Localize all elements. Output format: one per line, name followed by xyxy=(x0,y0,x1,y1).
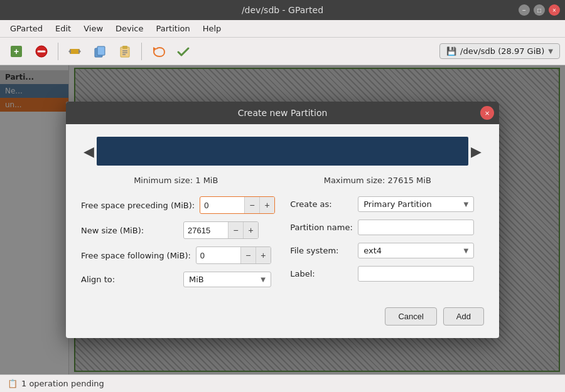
free-space-preceding-inc[interactable]: + xyxy=(259,197,274,213)
align-to-dropdown-icon: ▼ xyxy=(261,276,266,283)
partition-bar-right-arrow[interactable]: ▶ xyxy=(468,144,484,159)
menu-gparted[interactable]: GParted xyxy=(5,22,48,35)
new-size-spinbox: − + xyxy=(183,221,259,239)
file-system-dropdown-icon: ▼ xyxy=(464,247,469,254)
menu-device[interactable]: Device xyxy=(110,22,148,35)
modal-titlebar: Create new Partition × xyxy=(66,102,499,124)
add-button[interactable]: Add xyxy=(443,307,484,326)
partition-name-label: Partition name: xyxy=(290,223,353,232)
free-space-preceding-dec[interactable]: − xyxy=(244,197,259,213)
title-bar: /dev/sdb - GParted − □ × xyxy=(0,0,565,20)
toolbar-separator-2 xyxy=(141,43,142,60)
toolbar-separator-1 xyxy=(58,43,58,60)
modal-close-button[interactable]: × xyxy=(480,106,494,120)
menu-help[interactable]: Help xyxy=(198,22,227,35)
undo-button[interactable] xyxy=(147,41,170,62)
status-icon: 📋 xyxy=(8,379,18,388)
resize-icon xyxy=(67,44,82,59)
form-left-col: Free space preceding (MiB): − + New size… xyxy=(81,196,275,287)
modal-title: Create new Partition xyxy=(238,108,328,118)
form-right-col: Create as: Primary Partition ▼ Partition… xyxy=(290,196,484,287)
copy-icon xyxy=(92,44,107,59)
window-controls: − □ × xyxy=(519,4,560,16)
apply-button[interactable] xyxy=(172,41,195,62)
undo-icon xyxy=(151,44,166,59)
cancel-button[interactable]: Cancel xyxy=(385,307,436,326)
paste-button[interactable] xyxy=(114,41,136,62)
modal-overlay: Create new Partition × ◀ ▶ Minimum size:… xyxy=(0,65,565,374)
new-partition-icon: + xyxy=(9,44,24,59)
copy-button[interactable] xyxy=(89,41,111,62)
file-system-row: File system: ext4 ▼ xyxy=(290,243,484,258)
menu-bar: GParted Edit View Device Partition Help xyxy=(0,20,565,38)
free-space-preceding-input[interactable] xyxy=(200,198,244,213)
device-name: /dev/sdb (28.97 GiB) xyxy=(460,46,544,56)
maximize-button[interactable]: □ xyxy=(534,4,545,16)
new-size-input[interactable] xyxy=(184,223,228,238)
create-as-label: Create as: xyxy=(290,199,353,209)
svg-text:+: + xyxy=(14,46,19,56)
partition-name-input[interactable] xyxy=(358,220,474,235)
label-row: Label: xyxy=(290,266,484,282)
svg-rect-8 xyxy=(97,46,105,55)
menu-edit[interactable]: Edit xyxy=(50,22,76,35)
free-space-preceding-row: Free space preceding (MiB): − + xyxy=(81,196,275,214)
svg-rect-10 xyxy=(122,46,127,49)
max-size-label: Maximum size: 27615 MiB xyxy=(324,176,431,185)
main-area: Parti... Ne... un... 💾 Cr... Create new … xyxy=(0,65,565,374)
delete-icon xyxy=(34,44,49,59)
new-partition-button[interactable]: + xyxy=(5,41,28,62)
apply-icon xyxy=(176,44,191,59)
paste-icon xyxy=(117,44,132,59)
partition-bar-left-arrow[interactable]: ◀ xyxy=(81,144,97,159)
toolbar: + xyxy=(0,38,565,65)
file-system-value: ext4 xyxy=(363,246,382,255)
file-system-label: File system: xyxy=(290,246,353,255)
partition-bar-container: ◀ ▶ xyxy=(81,137,484,166)
svg-rect-4 xyxy=(70,49,80,54)
menu-partition[interactable]: Partition xyxy=(151,22,195,35)
free-space-following-dec[interactable]: − xyxy=(240,247,256,263)
create-as-dropdown-icon: ▼ xyxy=(464,201,469,208)
new-size-row: New size (MiB): − + xyxy=(81,221,275,239)
min-size-label: Minimum size: 1 MiB xyxy=(134,176,218,185)
device-selector[interactable]: 💾 /dev/sdb (28.97 GiB) ▼ xyxy=(439,43,560,59)
align-to-value: MiB xyxy=(189,275,204,284)
size-labels: Minimum size: 1 MiB Maximum size: 27615 … xyxy=(81,176,484,185)
form-grid: Free space preceding (MiB): − + New size… xyxy=(81,196,484,287)
create-partition-modal: Create new Partition × ◀ ▶ Minimum size:… xyxy=(66,102,499,338)
partition-name-row: Partition name: xyxy=(290,220,484,235)
align-to-row: Align to: MiB ▼ xyxy=(81,272,275,287)
delete-button[interactable] xyxy=(30,41,53,62)
free-space-following-label: Free space following (MiB): xyxy=(81,251,191,260)
close-button[interactable]: × xyxy=(549,4,560,16)
window-title: /dev/sdb - GParted xyxy=(242,5,323,15)
new-size-dec[interactable]: − xyxy=(228,222,243,238)
menu-view[interactable]: View xyxy=(78,22,108,35)
free-space-following-spinbox: − + xyxy=(196,246,271,264)
free-space-following-row: Free space following (MiB): − + xyxy=(81,246,275,264)
new-size-label: New size (MiB): xyxy=(81,226,178,235)
new-size-inc[interactable]: + xyxy=(243,222,258,238)
create-as-row: Create as: Primary Partition ▼ xyxy=(290,196,484,212)
create-as-value: Primary Partition xyxy=(363,199,432,209)
device-dropdown-icon: ▼ xyxy=(548,48,553,55)
modal-body: ◀ ▶ Minimum size: 1 MiB Maximum size: 27… xyxy=(66,124,499,300)
partition-bar-visual xyxy=(97,137,468,166)
free-space-preceding-label: Free space preceding (MiB): xyxy=(81,201,195,210)
align-to-label: Align to: xyxy=(81,275,178,284)
svg-marker-14 xyxy=(153,47,157,51)
device-icon: 💾 xyxy=(446,46,456,56)
resize-button[interactable] xyxy=(63,41,86,62)
free-space-following-input[interactable] xyxy=(196,248,240,263)
minimize-button[interactable]: − xyxy=(519,4,530,16)
file-system-select[interactable]: ext4 ▼ xyxy=(358,243,474,258)
create-as-select[interactable]: Primary Partition ▼ xyxy=(358,196,474,212)
status-bar: 📋 1 operation pending xyxy=(0,374,565,392)
label-input[interactable] xyxy=(358,266,474,282)
modal-footer: Cancel Add xyxy=(66,300,499,338)
free-space-preceding-spinbox: − + xyxy=(200,196,275,214)
free-space-following-inc[interactable]: + xyxy=(256,247,271,263)
align-to-select[interactable]: MiB ▼ xyxy=(183,272,271,287)
status-text: 1 operation pending xyxy=(21,379,104,388)
